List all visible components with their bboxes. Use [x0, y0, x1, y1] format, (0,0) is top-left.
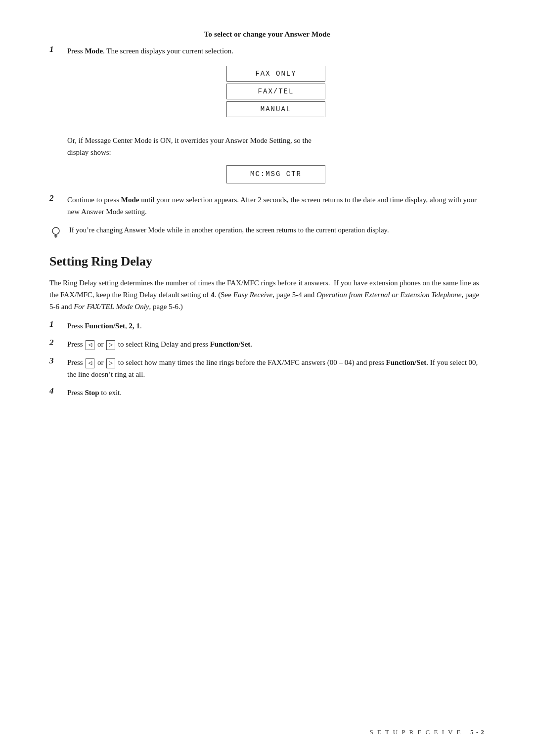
- section-title: Setting Ring Delay: [49, 254, 485, 269]
- ring-step-3-content: Press ◁ or ▷ to select how many times th…: [67, 357, 485, 380]
- left-arrow-icon-2: ◁: [86, 358, 94, 368]
- ring-step-2: 2 Press ◁ or ▷ to select Ring Delay and …: [49, 339, 485, 350]
- ring-step1-bold: Function/Set: [85, 322, 125, 330]
- step1-bold: Mode: [85, 47, 103, 55]
- svg-point-4: [55, 237, 56, 238]
- right-arrow-icon-1: ▷: [106, 340, 115, 350]
- ring-step1-period: .: [140, 322, 142, 330]
- ring-step3-prefix: Press: [67, 358, 85, 366]
- step1-suffix: . The screen displays your current selec…: [103, 47, 233, 55]
- svg-point-0: [52, 227, 59, 234]
- section-body-line2: . (See: [215, 291, 233, 299]
- display-options-container: FAX ONLY FAX/TEL MANUAL: [67, 66, 485, 119]
- section-body-italic3: For FAX/TEL Mode Only: [74, 303, 149, 311]
- step1-prefix: Press: [67, 47, 85, 55]
- page: To select or change your Answer Mode 1 P…: [0, 0, 534, 756]
- ring-step-number-1: 1: [49, 319, 67, 329]
- step-1-answer-mode: 1 Press Mode. The screen displays your c…: [49, 45, 485, 128]
- ring-step-1: 1 Press Function/Set, 2, 1.: [49, 320, 485, 332]
- ring-step3-mid: to select how many times the line rings …: [116, 358, 386, 366]
- subsection-heading: To select or change your Answer Mode: [49, 30, 485, 39]
- footer: S E T U P R E C E I V E 5 - 2: [49, 728, 485, 736]
- ring-step-number-3: 3: [49, 356, 67, 366]
- ring-step-2-content: Press ◁ or ▷ to select Ring Delay and pr…: [67, 339, 485, 350]
- ring-step1-suffix: ,: [125, 322, 129, 330]
- ring-step2-mid: to select Ring Delay and press: [116, 340, 210, 348]
- ring-step-number-2: 2: [49, 338, 67, 348]
- ring-step-4: 4 Press Stop to exit.: [49, 387, 485, 399]
- note-text: If you’re changing Answer Mode while in …: [69, 224, 389, 235]
- ring-step4-prefix: Press: [67, 389, 85, 397]
- display-fax-only: FAX ONLY: [226, 66, 325, 82]
- step-1-content: Press Mode. The screen displays your cur…: [67, 45, 485, 128]
- tip-icon: [49, 225, 62, 238]
- footer-page: 5 - 2: [470, 728, 485, 736]
- ring-step2-prefix: Press: [67, 340, 85, 348]
- step-2-answer-mode: 2 Continue to press Mode until your new …: [49, 194, 485, 218]
- left-arrow-icon-1: ◁: [86, 340, 94, 350]
- ring-step4-bold: Stop: [85, 389, 99, 397]
- ring-step-1-content: Press Function/Set, 2, 1.: [67, 320, 485, 332]
- note-block: If you’re changing Answer Mode while in …: [49, 224, 485, 240]
- step-number-1: 1: [49, 44, 67, 54]
- section-body: The Ring Delay setting determines the nu…: [49, 277, 485, 312]
- ring-step2-bold: Function/Set: [210, 340, 251, 348]
- or-text-line1: Or, if Message Center Mode is ON, it ove…: [67, 136, 312, 144]
- ring-step2-suffix: .: [250, 340, 252, 348]
- footer-text: S E T U P R E C E I V E: [369, 728, 461, 736]
- or-text-block: Or, if Message Center Mode is ON, it ove…: [67, 135, 485, 185]
- section-body-italic1: Easy Receive: [233, 291, 273, 299]
- ring-step-3: 3 Press ◁ or ▷ to select how many times …: [49, 357, 485, 380]
- note-icon: [49, 225, 63, 240]
- ring-step1-numbers: 2, 1: [129, 322, 140, 330]
- section-body-line3: , page 5-4 and: [272, 291, 316, 299]
- display-manual: MANUAL: [226, 101, 325, 117]
- section-body-italic2: Operation from External or Extension Tel…: [316, 291, 461, 299]
- or-text-line2: display shows:: [67, 148, 111, 156]
- ring-step4-suffix: to exit.: [99, 389, 122, 397]
- step2-prefix: Continue to press: [67, 196, 121, 204]
- section-body-line5: , page 5-6.): [149, 303, 183, 311]
- step-2-content: Continue to press Mode until your new se…: [67, 194, 485, 218]
- step2-bold: Mode: [121, 196, 139, 204]
- ring-step-4-content: Press Stop to exit.: [67, 387, 485, 399]
- display-mc-msg-ctr: MC:MSG CTR: [226, 165, 325, 184]
- section-body-bold1: 4: [211, 291, 215, 299]
- ring-step3-or: or: [95, 358, 105, 366]
- display-fax-tel: FAX/TEL: [226, 84, 325, 99]
- right-arrow-icon-2: ▷: [106, 358, 115, 368]
- ring-step2-or: or: [95, 340, 105, 348]
- ring-step-number-4: 4: [49, 386, 67, 396]
- ring-step3-bold: Function/Set: [386, 358, 427, 366]
- step-number-2: 2: [49, 193, 67, 203]
- ring-step1-prefix: Press: [67, 322, 85, 330]
